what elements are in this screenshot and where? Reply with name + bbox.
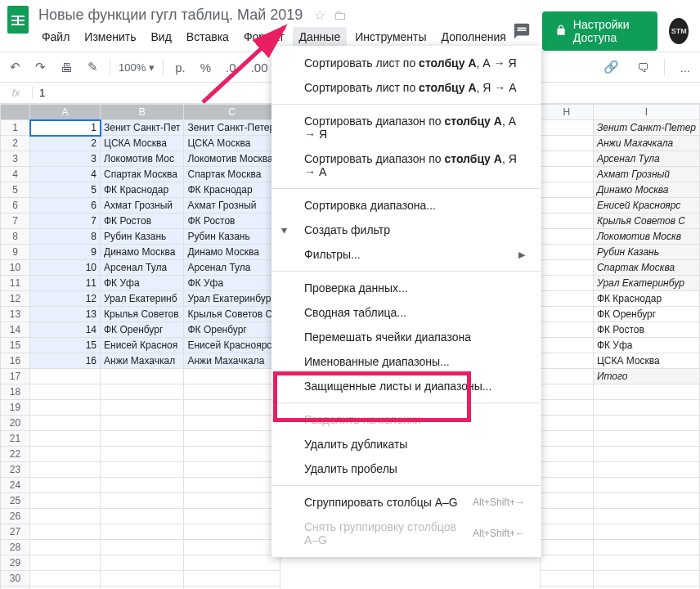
table-row[interactable]: ФК Уфа [541, 338, 700, 353]
table-row[interactable]: 33Локомотив МосЛокомотив Москва [1, 151, 280, 167]
print-icon[interactable]: 🖶 [57, 57, 76, 78]
table-row[interactable] [541, 555, 700, 571]
table-row[interactable]: Крылья Советов С [541, 214, 700, 229]
cell[interactable]: Спартак Москва [101, 167, 184, 182]
row-header[interactable]: 30 [1, 571, 30, 587]
menu-item[interactable]: Удалить дубликаты [271, 432, 541, 456]
table-row[interactable]: 1414ФК ОренбургФК Оренбург [1, 322, 280, 338]
cell[interactable] [593, 462, 699, 478]
cell[interactable] [541, 400, 594, 416]
cell[interactable] [541, 555, 594, 571]
cell[interactable]: 1 [30, 120, 101, 136]
table-row[interactable] [541, 587, 700, 590]
cell[interactable] [541, 322, 594, 338]
cell[interactable] [101, 493, 184, 509]
cell[interactable] [541, 214, 594, 229]
cell[interactable]: Рубин Казань [184, 229, 280, 245]
cell[interactable] [593, 540, 699, 555]
cell[interactable]: Крылья Советов С [184, 307, 280, 322]
cell[interactable]: ЦСКА Москва [184, 136, 280, 151]
column-header-H[interactable]: H [541, 105, 594, 120]
cell[interactable]: ФК Краснодар [101, 182, 184, 198]
cell[interactable] [184, 384, 280, 400]
cell[interactable]: Крылья Советов С [593, 214, 699, 229]
row-header[interactable]: 26 [1, 509, 30, 524]
cell[interactable]: ФК Уфа [101, 276, 184, 291]
table-row[interactable] [541, 462, 700, 478]
cell[interactable] [101, 400, 184, 416]
cell[interactable] [541, 478, 594, 493]
cell[interactable] [101, 462, 184, 478]
more-toolbar-button[interactable]: ... [676, 57, 693, 78]
cell[interactable]: Ахмат Грозный [593, 167, 699, 182]
star-icon[interactable]: ☆ [314, 7, 325, 23]
menu-item[interactable]: Удалить пробелы [271, 456, 541, 481]
table-row[interactable] [541, 493, 700, 509]
table-row[interactable]: 66Ахмат ГрозныйАхмат Грозный [1, 198, 280, 214]
row-header[interactable]: 15 [1, 338, 30, 353]
cell[interactable]: Локомотив Москва [184, 151, 280, 167]
table-row[interactable] [541, 400, 700, 416]
comments-icon[interactable] [513, 20, 531, 43]
menu-item[interactable]: ▾Создать фильтр [271, 218, 541, 242]
cell[interactable]: ФК Оренбург [101, 322, 184, 338]
cell[interactable]: ЦСКА Москва [101, 136, 184, 151]
cell[interactable] [30, 478, 101, 493]
cell[interactable] [101, 384, 184, 400]
cell[interactable]: Зенит Санкт-Петер [593, 120, 699, 136]
table-row[interactable] [541, 571, 700, 587]
cell[interactable]: 8 [30, 229, 101, 245]
cell[interactable]: Спартак Москва [184, 167, 280, 182]
table-row[interactable] [541, 509, 700, 524]
cell[interactable]: Крылья Советов [101, 307, 184, 322]
menu-item[interactable]: Защищенные листы и диапазоны... [271, 374, 541, 398]
cell[interactable]: Анжи Махачкал [101, 353, 184, 369]
cell[interactable] [101, 571, 184, 587]
redo-icon[interactable]: ↷ [32, 56, 49, 78]
cell[interactable]: ФК Уфа [184, 276, 280, 291]
cell[interactable]: Анжи Махачкала [184, 353, 280, 369]
cell[interactable] [184, 509, 280, 524]
cell[interactable] [541, 229, 594, 245]
cell[interactable] [30, 431, 101, 447]
cell[interactable]: Ахмат Грозный [101, 198, 184, 214]
row-header[interactable]: 25 [1, 493, 30, 509]
table-row[interactable]: 1515Енисей КраснояЕнисей Красноярск [1, 338, 280, 353]
table-row[interactable] [541, 540, 700, 555]
cell[interactable] [541, 198, 594, 214]
table-row[interactable] [541, 447, 700, 462]
row-header[interactable]: 14 [1, 322, 30, 338]
cell[interactable] [184, 431, 280, 447]
table-row[interactable]: 25 [1, 493, 280, 509]
table-row[interactable]: 18 [1, 384, 280, 400]
table-row[interactable] [541, 524, 700, 540]
row-header[interactable]: 18 [1, 384, 30, 400]
cell[interactable] [541, 416, 594, 431]
row-header[interactable]: 9 [1, 245, 30, 260]
cell[interactable] [101, 478, 184, 493]
cell[interactable]: Анжи Махачкала [593, 136, 699, 151]
table-row[interactable]: Урал Екатеринбур [541, 276, 700, 291]
row-header[interactable]: 27 [1, 524, 30, 540]
cell[interactable]: ЦСКА Москва [593, 353, 699, 369]
cell[interactable]: Спартак Москва [593, 260, 699, 276]
table-row[interactable] [541, 478, 700, 493]
row-header[interactable]: 11 [1, 276, 30, 291]
cell[interactable]: 3 [30, 151, 101, 167]
cell[interactable]: Енисей Красноярск [184, 338, 280, 353]
cell[interactable] [101, 524, 184, 540]
cell[interactable] [30, 416, 101, 431]
cell[interactable] [101, 416, 184, 431]
table-row[interactable]: 31 [1, 587, 280, 590]
table-row[interactable]: 20 [1, 416, 280, 431]
table-row[interactable]: 19 [1, 400, 280, 416]
cell[interactable] [30, 540, 101, 555]
row-header[interactable]: 1 [1, 120, 30, 136]
cell[interactable] [541, 182, 594, 198]
cell[interactable] [30, 524, 101, 540]
row-header[interactable]: 5 [1, 182, 30, 198]
share-button[interactable]: Настройки Доступа [542, 11, 658, 51]
row-header[interactable]: 12 [1, 291, 30, 307]
cell[interactable] [541, 245, 594, 260]
cell[interactable] [30, 555, 101, 571]
